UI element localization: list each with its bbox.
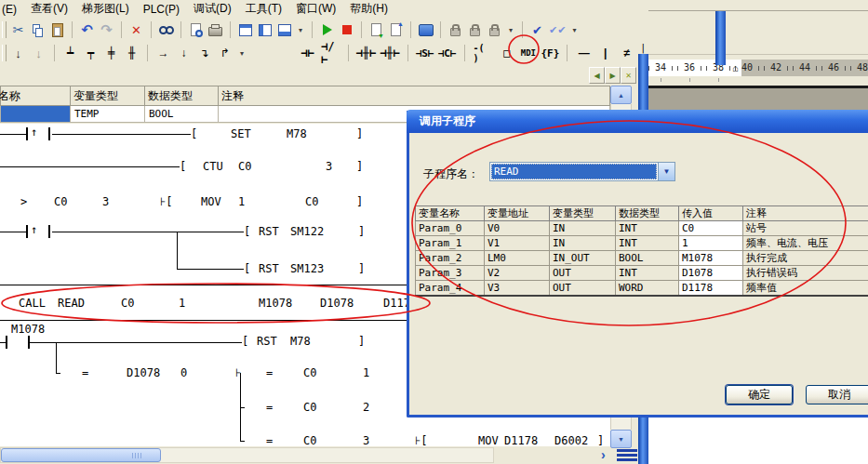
- network-list-icon[interactable]: [617, 449, 637, 462]
- toolbar-separator: [348, 45, 349, 61]
- mdi-icon[interactable]: MDI: [520, 44, 536, 62]
- compile-icon[interactable]: ✔: [529, 20, 545, 39]
- ok-button[interactable]: 确定: [726, 385, 793, 404]
- tab-close-button[interactable]: ✕: [621, 67, 636, 84]
- contact-nc-icon[interactable]: ⊣/⊢: [321, 44, 340, 62]
- document-ruler[interactable]: 3436384042444648⌂: [648, 60, 868, 76]
- more-networks-icon[interactable]: ›: [601, 447, 606, 462]
- insert-row-above-icon[interactable]: ┯: [83, 44, 99, 62]
- lock-dropdown-icon[interactable]: ▾: [506, 26, 515, 34]
- vertical-scrollbar-top[interactable]: ▲: [610, 86, 632, 111]
- lock-password-icon[interactable]: [487, 20, 502, 39]
- var-table-cell[interactable]: [1, 106, 71, 123]
- line-curve-up-icon[interactable]: ↱: [217, 44, 233, 62]
- param-table-header: 数据类型: [616, 206, 679, 221]
- insert-down-alt-icon[interactable]: ↓: [31, 44, 47, 62]
- box-instruction-icon[interactable]: □: [499, 44, 514, 62]
- param-table-cell[interactable]: D1178: [679, 281, 743, 297]
- view-component-icon[interactable]: [237, 20, 253, 39]
- param-table-cell[interactable]: 1: [679, 236, 743, 251]
- lock-icon[interactable]: [447, 20, 463, 39]
- toolbar-separator: [440, 21, 441, 38]
- var-table-header: 注释: [219, 86, 610, 106]
- cut-icon[interactable]: ✂: [10, 20, 26, 39]
- vertical-scrollbar-bottom[interactable]: ▼: [610, 415, 632, 446]
- param-table-cell[interactable]: D1078: [679, 266, 743, 281]
- copy-icon-glyph: [33, 24, 43, 36]
- ladder-wire: [0, 342, 6, 343]
- insert-row-icon[interactable]: ┷: [62, 44, 78, 62]
- ruler-tick: [648, 66, 649, 71]
- redo-icon[interactable]: ↷: [99, 20, 114, 39]
- scroll-up-button[interactable]: ▲: [610, 86, 632, 104]
- toolbar-handle-2[interactable]: [2, 45, 7, 61]
- coil-count-icon[interactable]: ⊣C⊢: [439, 44, 456, 62]
- upload-icon[interactable]: [388, 20, 404, 39]
- tab-prev-button[interactable]: ◀: [589, 67, 605, 84]
- menu-help[interactable]: 帮助(H): [350, 1, 388, 17]
- run-icon[interactable]: [319, 20, 335, 39]
- line-dropdown-icon[interactable]: ▾: [237, 49, 247, 58]
- paste-icon[interactable]: [49, 20, 65, 39]
- contact-falling-icon[interactable]: ⊣╫⊢: [381, 44, 399, 62]
- ruler-indent-marker[interactable]: ⌂: [732, 62, 739, 73]
- subroutine-name-label: 子程序名：: [423, 166, 479, 182]
- call-subroutine-dialog: 调用子程序 ✕ 子程序名： READ ▼ 变量名称变量地址变量类型数据类型传入值…: [407, 111, 868, 418]
- menu-window[interactable]: 窗口(W): [296, 1, 336, 17]
- insert-column-icon[interactable]: ╪: [103, 44, 119, 62]
- tab-next-button[interactable]: ▶: [605, 67, 621, 84]
- param-table-row[interactable]: Param_1V1ININT1频率、电流、电压: [416, 236, 868, 251]
- monitor-icon[interactable]: [418, 20, 434, 39]
- var-table-cell[interactable]: TEMP: [71, 106, 145, 123]
- hline-icon[interactable]: —: [576, 44, 592, 62]
- hscroll-thumb[interactable]: [1, 448, 161, 462]
- menu-debug[interactable]: 调试(D): [194, 1, 232, 17]
- menu-plc[interactable]: PLC(P): [143, 3, 180, 16]
- coil-set-icon[interactable]: ⊣S⊢: [417, 44, 434, 62]
- stop-icon-glyph: [342, 25, 352, 34]
- view-output-icon[interactable]: [276, 20, 292, 39]
- find-icon[interactable]: [158, 20, 174, 39]
- download-icon[interactable]: [368, 20, 384, 39]
- line-curve-down-icon[interactable]: ↴: [196, 44, 212, 62]
- horizontal-scrollbar[interactable]: [0, 447, 494, 463]
- param-table-row[interactable]: Param_2LM0IN_OUTBOOLM1078执行完成: [416, 251, 868, 266]
- print-icon[interactable]: [207, 20, 223, 39]
- line-right-icon[interactable]: →: [155, 44, 171, 62]
- vline-icon[interactable]: |: [597, 44, 613, 62]
- combobox-arrow-icon[interactable]: ▼: [658, 163, 674, 180]
- undo-icon[interactable]: ↶: [79, 20, 95, 39]
- stop-icon[interactable]: [339, 20, 354, 39]
- copy-icon[interactable]: [30, 20, 46, 39]
- compile-dropdown-icon[interactable]: ▾: [569, 26, 579, 34]
- toolbar-handle[interactable]: [2, 21, 7, 38]
- param-table-row[interactable]: Param_0V0ININTC0站号: [416, 221, 868, 236]
- param-table-row[interactable]: Param_3V2OUTINTD1078执行错误码: [416, 266, 868, 281]
- contact-rising-icon[interactable]: ⊣╫⊢: [357, 44, 376, 62]
- dialog-titlebar[interactable]: 调用子程序 ✕: [407, 110, 868, 133]
- delete-column-icon[interactable]: ╫: [124, 44, 140, 62]
- param-table-cell[interactable]: C0: [679, 221, 743, 236]
- function-box-icon[interactable]: {F}: [541, 44, 558, 62]
- param-table-row[interactable]: Param_4V3OUTWORDD1178频率值: [416, 281, 868, 297]
- view-split-icon[interactable]: [257, 20, 273, 39]
- menu-view[interactable]: 查看(V): [31, 1, 68, 17]
- contact-no-icon[interactable]: ⊣⊢: [300, 44, 315, 62]
- insert-down-icon[interactable]: ↓: [10, 44, 26, 62]
- print-preview-icon[interactable]: [188, 20, 204, 39]
- subroutine-name-combobox[interactable]: READ ▼: [489, 162, 675, 181]
- param-table-cell[interactable]: M1078: [679, 251, 743, 266]
- menu-ladder[interactable]: 梯形图(L): [82, 1, 129, 17]
- coil-out-icon[interactable]: -( ): [474, 44, 494, 62]
- menu-tools[interactable]: 工具(T): [246, 1, 282, 17]
- line-down-icon[interactable]: ↓: [176, 44, 192, 62]
- delete-line-icon[interactable]: ≠: [619, 44, 634, 62]
- unlock-icon[interactable]: [467, 20, 483, 39]
- delete-icon[interactable]: ✕: [128, 20, 144, 39]
- view-dropdown-icon[interactable]: ▾: [296, 26, 305, 34]
- var-table-cell[interactable]: BOOL: [145, 106, 219, 123]
- compile-all-icon[interactable]: ✔✔: [549, 20, 566, 39]
- cancel-button[interactable]: 取消: [806, 385, 868, 404]
- menu-edit-partial[interactable]: (E): [2, 3, 17, 16]
- scroll-down-button[interactable]: ▼: [610, 430, 632, 448]
